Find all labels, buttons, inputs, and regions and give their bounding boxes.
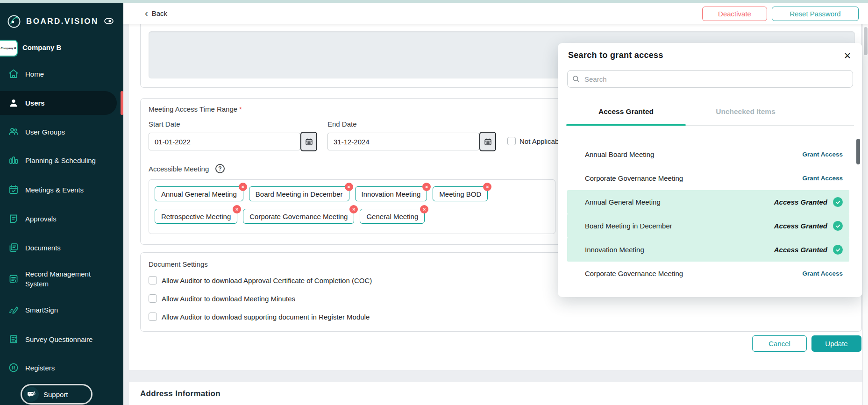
company-selector[interactable]: Company B Company B <box>0 40 123 58</box>
content-left-gutter <box>123 24 129 405</box>
panel-scrollbar-thumb[interactable] <box>856 139 860 164</box>
svg-text:R: R <box>12 365 15 370</box>
not-applicable-checkbox[interactable] <box>507 137 516 145</box>
meeting-access-list: Annual Board Meeting Grant Access Corpor… <box>567 142 849 285</box>
end-date-calendar-button[interactable] <box>479 132 496 151</box>
sidebar-item-documents[interactable]: Documents <box>0 238 117 257</box>
sidebar-item-label: Home <box>25 69 44 79</box>
back-button[interactable]: ‹ Back <box>145 8 167 18</box>
meeting-tag[interactable]: General Meeting× <box>360 209 425 224</box>
access-granted-status: Access Granted <box>774 222 827 230</box>
sidebar-item-label: Documents <box>25 243 61 253</box>
calendar-check-icon <box>7 184 20 196</box>
meeting-minutes-download-checkbox[interactable] <box>149 294 157 303</box>
search-input[interactable] <box>583 75 848 84</box>
tag-label: General Meeting <box>366 213 418 220</box>
remove-tag-icon[interactable]: × <box>345 183 353 191</box>
registered-circle-icon: R <box>7 362 20 374</box>
tab-access-granted[interactable]: Access Granted <box>566 99 686 126</box>
meeting-access-section-label: Meeting Access Time Range* <box>149 105 242 113</box>
company-name: Company B <box>22 43 61 51</box>
access-granted-status: Access Granted <box>774 246 827 254</box>
sidebar-item-planning-scheduling[interactable]: Planning & Scheduling <box>0 151 117 170</box>
list-item[interactable]: Corporate Governance Meeting Grant Acces… <box>567 166 849 190</box>
list-item[interactable]: Annual Board Meeting Grant Access <box>567 142 849 166</box>
start-date-calendar-button[interactable] <box>300 132 317 151</box>
sidebar-item-label: Planning & Scheduling <box>25 156 96 165</box>
page-scrollbar-thumb[interactable] <box>864 27 868 55</box>
document-setting-option: Allow Auditor to download Approval Certi… <box>149 276 372 284</box>
sidebar-item-label: Meetings & Events <box>25 185 84 195</box>
option-label: Allow Auditor to download Approval Certi… <box>162 277 372 284</box>
company-avatar: Company B <box>0 40 18 57</box>
approvals-document-icon <box>7 213 20 225</box>
document-setting-option: Allow Auditor to download Meeting Minute… <box>149 294 295 303</box>
panel-title: Search to grant access <box>568 50 663 60</box>
grant-access-link[interactable]: Grant Access <box>802 151 843 158</box>
sidebar-item-survey-questionnaire[interactable]: Survey Questionnaire <box>0 330 117 348</box>
meeting-tag[interactable]: Annual General Meeting× <box>155 186 243 201</box>
section-divider <box>123 370 868 382</box>
sidebar-item-registers[interactable]: R Registers <box>0 358 117 377</box>
help-icon[interactable]: ? <box>215 164 225 173</box>
list-item[interactable]: Innovation Meeting Access Granted <box>567 238 849 262</box>
sidebar-item-home[interactable]: Home <box>0 64 117 83</box>
deactivate-button[interactable]: Deactivate <box>702 7 767 21</box>
close-icon[interactable]: ✕ <box>842 49 853 63</box>
end-date-input[interactable] <box>327 133 479 150</box>
sidebar-item-user-groups[interactable]: User Groups <box>0 122 117 141</box>
grant-access-link[interactable]: Grant Access <box>802 175 843 182</box>
meeting-tag[interactable]: Board Meeting in December× <box>249 186 349 201</box>
remove-tag-icon[interactable]: × <box>422 183 431 191</box>
meeting-tag[interactable]: Meeting BOD× <box>433 186 488 201</box>
tag-label: Meeting BOD <box>439 190 481 198</box>
sidebar-item-smartsign[interactable]: SmartSign <box>0 300 117 319</box>
remove-tag-icon[interactable]: × <box>239 183 247 191</box>
page-header: ‹ Back Deactivate Reset Password <box>123 3 868 24</box>
home-icon <box>7 68 20 80</box>
granted-check-icon[interactable] <box>833 197 843 207</box>
address-information-title: Address Information <box>140 389 221 398</box>
required-asterisk: * <box>239 105 242 113</box>
sidebar-item-users[interactable]: Users <box>0 91 117 115</box>
start-date-input[interactable] <box>149 133 300 150</box>
list-item[interactable]: Annual General Meeting Access Granted <box>567 190 849 214</box>
reset-password-button[interactable]: Reset Password <box>772 7 859 21</box>
remove-tag-icon[interactable]: × <box>349 205 358 213</box>
list-item[interactable]: Board Meeting in December Access Granted <box>567 214 849 238</box>
support-chat-icon <box>24 387 39 402</box>
remove-tag-icon[interactable]: × <box>420 205 428 213</box>
remove-tag-icon[interactable]: × <box>483 183 491 191</box>
active-tab-underline <box>566 124 686 126</box>
sidebar-item-approvals[interactable]: Approvals <box>0 209 117 228</box>
sidebar-item-record-management-system[interactable]: Record Management System <box>0 265 117 293</box>
meeting-tag[interactable]: Innovation Meeting× <box>355 186 427 201</box>
meeting-tag[interactable]: Corporate Governance Meeting× <box>243 209 354 224</box>
support-label: Support <box>43 391 68 398</box>
support-button[interactable]: Support <box>21 384 92 405</box>
update-button[interactable]: Update <box>811 335 861 352</box>
user-groups-icon <box>7 126 20 138</box>
document-setting-option: Allow Auditor to download supporting doc… <box>149 313 370 321</box>
page-scrollbar[interactable] <box>862 24 868 405</box>
sidebar: BOARD.VISION Company B Company B Home Us… <box>0 3 123 405</box>
coc-download-checkbox[interactable] <box>149 276 157 284</box>
granted-check-icon[interactable] <box>833 221 843 231</box>
grant-access-link[interactable]: Grant Access <box>802 270 843 277</box>
granted-check-icon[interactable] <box>833 245 843 255</box>
tag-label: Innovation Meeting <box>362 190 421 198</box>
meeting-tag[interactable]: Retrospective Meeting× <box>155 209 237 224</box>
meeting-name: Annual General Meeting <box>585 198 774 206</box>
grant-search-field[interactable] <box>567 70 853 88</box>
accessible-meeting-label: Accessible Meeting <box>149 165 209 173</box>
app-logo: BOARD.VISION <box>7 14 117 29</box>
register-supporting-doc-checkbox[interactable] <box>149 313 157 321</box>
sidebar-item-meetings-events[interactable]: Meetings & Events <box>0 180 117 199</box>
remove-tag-icon[interactable]: × <box>233 205 241 213</box>
calendar-icon <box>484 138 492 146</box>
list-item[interactable]: Corporate Governance Meeting Grant Acces… <box>567 262 849 285</box>
cancel-button[interactable]: Cancel <box>752 335 807 352</box>
sidebar-collapse-toggle-icon[interactable] <box>103 16 115 26</box>
document-settings-title: Document Settings <box>149 260 208 268</box>
tab-unchecked-items[interactable]: Unchecked Items <box>686 99 805 126</box>
